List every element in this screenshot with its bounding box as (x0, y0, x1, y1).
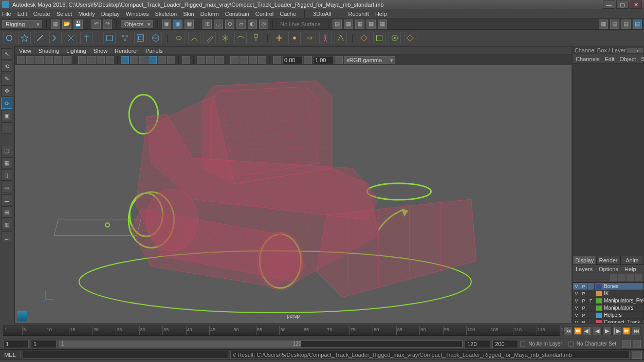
maximize-button[interactable]: ▢ (616, 1, 629, 9)
two-pane-h-icon[interactable]: ▭ (1, 182, 12, 193)
layer-type-toggle[interactable] (587, 305, 595, 311)
film-gate-icon[interactable] (87, 56, 96, 64)
prefs-icon[interactable] (633, 340, 641, 348)
shelf-paint-weights-icon[interactable] (204, 32, 216, 44)
layer-row[interactable]: VPCompact_Track_Load (573, 319, 643, 323)
gate-mask-icon[interactable] (106, 56, 114, 64)
select-by-component-icon[interactable]: ▣ (185, 20, 194, 29)
shelf-star-icon[interactable] (19, 32, 31, 44)
open-scene-icon[interactable]: 📂 (62, 20, 71, 29)
menu-deform[interactable]: Deform (200, 11, 219, 17)
menu-display[interactable]: Display (101, 11, 120, 17)
shelf-control-icon[interactable] (404, 32, 416, 44)
channel-menu-channels[interactable]: Channels (576, 56, 599, 62)
shelf-quickrig-icon[interactable] (335, 32, 347, 44)
cb-close-icon[interactable] (638, 48, 643, 53)
move-tool-icon[interactable]: ✥ (1, 85, 12, 97)
menu-help[interactable]: Help (375, 11, 387, 17)
script-layout-icon[interactable]: _ (1, 231, 12, 242)
shelf-constraint-point-icon[interactable] (288, 32, 301, 44)
menu-control[interactable]: Control (255, 11, 273, 17)
xray-icon[interactable] (197, 56, 205, 64)
save-scene-icon[interactable]: 💾 (73, 20, 83, 29)
viewport[interactable]: persp (15, 65, 572, 323)
new-layer-assign-icon[interactable] (635, 274, 642, 281)
layer-tab-anim[interactable]: Anim (620, 256, 644, 265)
four-pane-icon[interactable]: ▦ (1, 157, 12, 168)
layer-menu-layers[interactable]: Layers (576, 266, 593, 272)
attribute-editor-toggle-icon[interactable]: ▤ (610, 20, 619, 29)
anim-start-input[interactable]: 1 (3, 340, 29, 348)
shelf-skeleton-icon[interactable] (80, 32, 93, 44)
panel-menu-view[interactable]: View (19, 48, 31, 54)
shelf-constraint-parent-icon[interactable] (273, 32, 285, 44)
layer-type-toggle[interactable] (587, 283, 595, 290)
playback-end-input[interactable]: 120 (465, 340, 490, 348)
module-selector[interactable]: Rigging (2, 20, 42, 28)
layer-vis-toggle[interactable]: V (573, 312, 580, 318)
shelf-detach-skin-icon[interactable] (188, 32, 200, 44)
layer-playback-toggle[interactable]: P (580, 283, 587, 290)
view-transform-icon[interactable] (335, 56, 343, 64)
snap-view-icon[interactable]: ◎ (259, 20, 268, 29)
shelf-pose-icon[interactable] (373, 32, 385, 44)
snap-grid-icon[interactable]: ⊞ (203, 20, 212, 29)
anim-layer-checkbox[interactable] (520, 341, 525, 347)
wireframe-on-shaded-icon[interactable] (149, 56, 157, 64)
shelf-ik-icon[interactable] (49, 32, 62, 44)
cb-narrow-icon[interactable] (627, 48, 632, 53)
menu-modify[interactable]: Modify (78, 11, 95, 17)
layer-color-swatch[interactable] (596, 284, 602, 289)
layer-color-swatch[interactable] (596, 313, 602, 318)
undo-icon[interactable]: ↶ (91, 20, 101, 29)
autokey-toggle-icon[interactable] (622, 340, 631, 348)
hypershade-layout-icon[interactable]: ▥ (1, 219, 12, 230)
layer-color-swatch[interactable] (596, 320, 602, 324)
camera-attr-icon[interactable] (26, 56, 34, 64)
playback-start-input[interactable]: 1 (31, 340, 57, 348)
move-layer-up-icon[interactable] (610, 274, 617, 281)
shadows-icon[interactable] (167, 56, 175, 64)
layer-color-swatch[interactable] (596, 298, 602, 303)
menu-skin[interactable]: Skin (183, 11, 194, 17)
shelf-human-ik-icon[interactable] (319, 32, 332, 44)
layer-type-toggle[interactable] (587, 312, 595, 318)
layer-color-swatch[interactable] (596, 306, 602, 311)
wireframe-icon[interactable] (121, 56, 129, 64)
gamma-icon[interactable] (304, 56, 312, 64)
resolution-gate-icon[interactable] (97, 56, 105, 64)
select-by-object-icon[interactable]: ▣ (173, 20, 182, 29)
panel-layout-icon[interactable]: ▦ (599, 20, 608, 29)
motion-blur-icon[interactable] (240, 56, 248, 64)
xray-joints-icon[interactable] (206, 56, 214, 64)
scale-tool-icon[interactable]: ▣ (1, 110, 12, 121)
render-settings-icon[interactable]: ▦ (366, 20, 376, 29)
range-slider[interactable]: 1 120 (59, 340, 463, 348)
shelf-wrap-icon[interactable] (134, 32, 146, 44)
layer-type-toggle[interactable] (587, 319, 595, 324)
play-forward-icon[interactable]: ▶ (602, 326, 612, 335)
paint-select-tool-icon[interactable]: ✎ (1, 73, 12, 84)
rotate-tool-icon[interactable]: ⟳ (1, 98, 12, 109)
menu-edit[interactable]: Edit (17, 11, 27, 17)
layer-row[interactable]: VPTManipulators_Freez (573, 297, 643, 304)
layer-vis-toggle[interactable]: V (573, 283, 580, 290)
exposure-icon[interactable] (273, 56, 281, 64)
time-ruler[interactable]: 1510152025303540455055606570758085909510… (3, 326, 560, 336)
menu-constrain[interactable]: Constrain (225, 11, 249, 17)
layer-vis-toggle[interactable]: V (573, 305, 580, 311)
shelf-smooth-weights-icon[interactable] (234, 32, 247, 44)
layer-tab-display[interactable]: Display (573, 256, 596, 265)
new-scene-icon[interactable]: ▦ (51, 20, 60, 29)
bookmark-icon[interactable] (35, 56, 44, 64)
menu-skeleton[interactable]: Skeleton (155, 11, 177, 17)
single-pane-icon[interactable]: ▢ (1, 145, 12, 156)
grid-icon[interactable] (78, 56, 86, 64)
step-back-key-icon[interactable]: ⏪ (573, 326, 582, 335)
layer-row[interactable]: VPManipulators (573, 304, 643, 312)
shelf-mirror-weights-icon[interactable] (219, 32, 231, 44)
new-layer-icon[interactable] (627, 274, 634, 281)
anim-end-input[interactable]: 200 (492, 340, 518, 348)
move-layer-down-icon[interactable] (618, 274, 625, 281)
shelf-constraint-aim-icon[interactable] (304, 32, 316, 44)
